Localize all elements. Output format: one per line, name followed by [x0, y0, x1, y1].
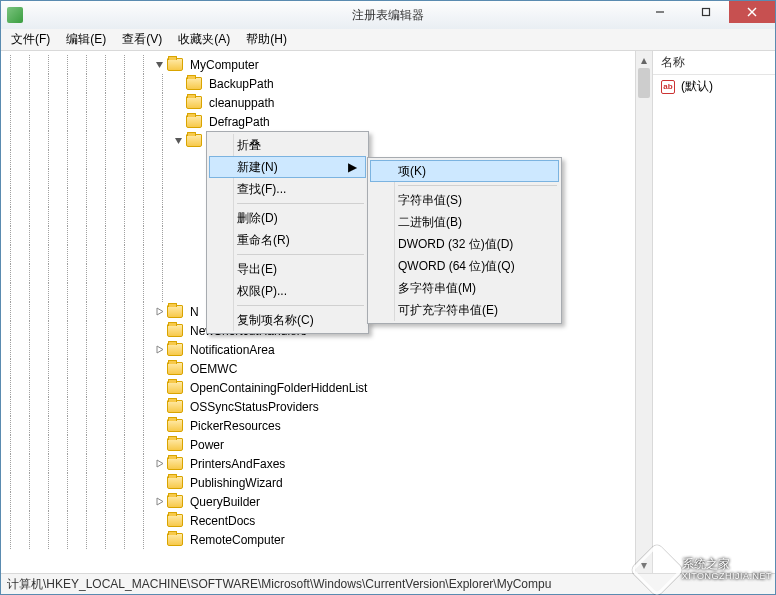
tree-label: OEMWC [187, 361, 240, 377]
menu-view[interactable]: 查看(V) [116, 29, 168, 50]
expander-icon[interactable] [172, 78, 184, 90]
menu-item[interactable]: QWORD (64 位)值(Q) [370, 255, 559, 277]
menu-item[interactable]: 新建(N)▶ [209, 156, 366, 178]
menu-item[interactable]: 可扩充字符串值(E) [370, 299, 559, 321]
folder-icon [167, 476, 183, 489]
expander-icon[interactable] [153, 382, 165, 394]
menu-item[interactable]: DWORD (32 位)值(D) [370, 233, 559, 255]
menu-file[interactable]: 文件(F) [5, 29, 56, 50]
tree-label: PrintersAndFaxes [187, 456, 288, 472]
tree-row[interactable]: PrintersAndFaxes [1, 454, 370, 473]
expander-icon[interactable] [153, 420, 165, 432]
tree-row[interactable]: PublishingWizard [1, 473, 370, 492]
context-menu[interactable]: 折叠新建(N)▶查找(F)...删除(D)重命名(R)导出(E)权限(P)...… [206, 131, 369, 334]
expander-icon[interactable] [153, 363, 165, 375]
expander-icon[interactable] [153, 325, 165, 337]
scroll-up-button[interactable]: ▴ [636, 51, 652, 68]
menu-item[interactable]: 导出(E) [209, 258, 366, 280]
tree-row[interactable]: PickerResources [1, 416, 370, 435]
scroll-thumb[interactable] [638, 68, 650, 98]
tree-label: PickerResources [187, 418, 284, 434]
menu-item[interactable]: 多字符串值(M) [370, 277, 559, 299]
tree-row[interactable]: BackupPath [1, 74, 370, 93]
expander-icon[interactable] [153, 306, 165, 318]
menu-item[interactable]: 删除(D) [209, 207, 366, 229]
menu-item[interactable]: 复制项名称(C) [209, 309, 366, 331]
menubar: 文件(F) 编辑(E) 查看(V) 收藏夹(A) 帮助(H) [1, 29, 775, 51]
expander-icon[interactable] [172, 249, 184, 261]
value-list-pane[interactable]: 名称 ab (默认) [653, 51, 775, 573]
folder-icon [167, 324, 183, 337]
tree-scrollbar[interactable]: ▴ ▾ [635, 51, 652, 573]
folder-icon [167, 495, 183, 508]
expander-icon[interactable] [172, 268, 184, 280]
menu-item[interactable]: 字符串值(S) [370, 189, 559, 211]
tree-row[interactable]: RecentDocs [1, 511, 370, 530]
tree-row[interactable]: cleanuppath [1, 93, 370, 112]
expander-icon[interactable] [172, 173, 184, 185]
close-button[interactable] [729, 1, 775, 23]
menu-item[interactable]: 重命名(R) [209, 229, 366, 251]
tree-row[interactable]: OpenContainingFolderHiddenList [1, 378, 370, 397]
folder-icon [186, 77, 202, 90]
tree-row[interactable]: MyComputer [1, 55, 370, 74]
titlebar[interactable]: 注册表编辑器 [1, 1, 775, 29]
expander-icon[interactable] [172, 230, 184, 242]
tree-label: QueryBuilder [187, 494, 263, 510]
folder-icon [167, 343, 183, 356]
tree-row[interactable]: Power [1, 435, 370, 454]
context-submenu-new[interactable]: 项(K)字符串值(S)二进制值(B)DWORD (32 位)值(D)QWORD … [367, 157, 562, 324]
menu-help[interactable]: 帮助(H) [240, 29, 293, 50]
expander-icon[interactable] [172, 135, 184, 147]
expander-icon[interactable] [153, 458, 165, 470]
menu-item[interactable]: 权限(P)... [209, 280, 366, 302]
minimize-button[interactable] [637, 1, 683, 23]
tree-label: PublishingWizard [187, 475, 286, 491]
expander-icon[interactable] [153, 59, 165, 71]
maximize-button[interactable] [683, 1, 729, 23]
expander-icon[interactable] [153, 401, 165, 413]
menu-favorites[interactable]: 收藏夹(A) [172, 29, 236, 50]
expander-icon[interactable] [172, 192, 184, 204]
string-value-icon: ab [661, 80, 675, 94]
tree-label: Power [187, 437, 227, 453]
watermark-line2: XITONGZHIJIA.NET [682, 572, 772, 582]
expander-icon[interactable] [172, 116, 184, 128]
expander-icon[interactable] [153, 344, 165, 356]
expander-icon[interactable] [172, 97, 184, 109]
tree-label: DefragPath [206, 114, 273, 130]
expander-icon[interactable] [172, 211, 184, 223]
menu-item[interactable]: 项(K) [370, 160, 559, 182]
tree-label: OpenContainingFolderHiddenList [187, 380, 370, 396]
tree-row[interactable]: QueryBuilder [1, 492, 370, 511]
watermark: 系统之家 XITONGZHIJIA.NET [638, 551, 772, 589]
folder-icon [167, 533, 183, 546]
app-icon [7, 7, 23, 23]
expander-icon[interactable] [172, 154, 184, 166]
scroll-track[interactable] [636, 68, 652, 556]
tree-row[interactable]: NotificationArea [1, 340, 370, 359]
tree-label: N [187, 304, 202, 320]
expander-icon[interactable] [153, 439, 165, 451]
menu-item[interactable]: 折叠 [209, 134, 366, 156]
expander-icon[interactable] [153, 496, 165, 508]
expander-icon[interactable] [153, 477, 165, 489]
tree-row[interactable]: DefragPath [1, 112, 370, 131]
folder-icon [167, 419, 183, 432]
folder-icon [167, 457, 183, 470]
tree-row[interactable]: OSSyncStatusProviders [1, 397, 370, 416]
tree-row[interactable]: RemoteComputer [1, 530, 370, 549]
menu-item[interactable]: 二进制值(B) [370, 211, 559, 233]
list-header-name[interactable]: 名称 [653, 51, 775, 75]
folder-icon [167, 514, 183, 527]
tree-label: cleanuppath [206, 95, 277, 111]
tree-row[interactable]: OEMWC [1, 359, 370, 378]
expander-icon[interactable] [172, 287, 184, 299]
folder-icon [167, 381, 183, 394]
menu-edit[interactable]: 编辑(E) [60, 29, 112, 50]
expander-icon[interactable] [153, 515, 165, 527]
list-item[interactable]: ab (默认) [653, 75, 775, 98]
folder-icon [167, 362, 183, 375]
expander-icon[interactable] [153, 534, 165, 546]
menu-item[interactable]: 查找(F)... [209, 178, 366, 200]
